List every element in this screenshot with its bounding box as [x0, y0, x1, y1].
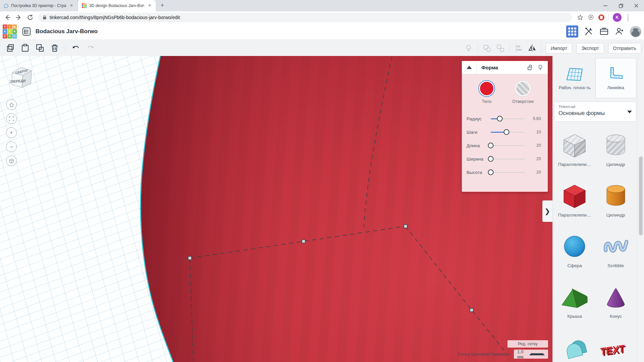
tinkercad-favicon-icon: [82, 3, 87, 8]
hole-material-option[interactable]: Отверстие: [511, 81, 535, 104]
sphere-icon: [558, 232, 591, 260]
new-tab-button[interactable]: +: [158, 1, 167, 10]
shape-item-sphere[interactable]: Сфера: [555, 232, 594, 268]
cylinder-orange-icon: [600, 182, 632, 210]
forward-icon[interactable]: [15, 13, 23, 21]
shape-item-round-roof[interactable]: Круглая кров…: [555, 334, 594, 362]
tab-close-icon[interactable]: ×: [69, 3, 74, 8]
browser-profile-avatar[interactable]: K: [613, 13, 622, 22]
minimize-button[interactable]: [598, 0, 613, 11]
tab-title: Постройка 3D принтер - Стран: [11, 3, 66, 8]
radius-slider[interactable]: [491, 116, 525, 122]
url-field[interactable]: tinkercad.com/things/8pmjNGsPb6b-bodacio…: [38, 13, 572, 22]
slider-row-width: Ширина 20: [462, 152, 548, 166]
ruler-tool[interactable]: Линейка: [595, 58, 637, 98]
window-controls: [598, 0, 644, 11]
scrollbar-thumb[interactable]: [639, 157, 643, 235]
tools-icon[interactable]: [584, 26, 594, 37]
divider: [65, 43, 65, 53]
width-slider[interactable]: [491, 156, 525, 162]
url-text: tinkercad.com/things/8pmjNGsPb6b-bodacio…: [50, 15, 180, 20]
shape-item-cylinder[interactable]: Цилиндр: [597, 182, 635, 218]
shape-item-scribble[interactable]: Scribble: [597, 232, 635, 268]
round-roof-icon: [558, 334, 591, 362]
collapse-panel-button[interactable]: [462, 61, 477, 74]
extension-avatar-icon[interactable]: [588, 14, 594, 21]
tinkercad-header: T I N K E R C A D Bodacious Jarv-Borwo: [0, 23, 644, 40]
close-window-button[interactable]: [629, 0, 644, 11]
import-button[interactable]: Импорт: [546, 43, 572, 54]
3d-viewport[interactable]: СВЕРХУ СПЕРЕДИ + − Форма: [0, 56, 552, 362]
text-3d-icon: TEXT TEXT: [600, 334, 632, 362]
shape-panel-title: Форма: [481, 65, 526, 70]
solid-material-swatch[interactable]: [479, 81, 494, 96]
unlock-icon[interactable]: [526, 64, 533, 71]
design-properties-icon[interactable]: [22, 27, 31, 36]
roof-icon: [558, 283, 591, 311]
tab-close-icon[interactable]: ×: [147, 3, 152, 8]
account-avatar[interactable]: [630, 26, 641, 37]
perspective-toggle-button[interactable]: [6, 156, 17, 166]
ungroup-icon[interactable]: [496, 44, 505, 53]
send-button[interactable]: Отправить: [608, 43, 641, 54]
edit-grid-button[interactable]: Ред. сетку: [507, 340, 548, 348]
back-icon[interactable]: [3, 13, 11, 21]
snap-grid-label: Сетка Шаговой Привязки: [454, 352, 510, 357]
redo-icon[interactable]: [86, 44, 95, 52]
height-slider[interactable]: [491, 170, 525, 175]
browser-menu-icon[interactable]: ⋮⋮⋮: [626, 15, 628, 20]
bookmark-star-icon[interactable]: [577, 14, 584, 21]
undo-icon[interactable]: [71, 44, 80, 52]
slider-row-steps: Шаги 10: [462, 125, 548, 139]
slider-row-radius: Радиус 5.63: [462, 112, 548, 125]
triangle-up-icon: [467, 66, 472, 69]
duplicate-icon[interactable]: [36, 44, 44, 52]
shape-item-box[interactable]: Параллелепи…: [555, 182, 594, 218]
group-icon[interactable]: [483, 44, 491, 53]
invite-user-icon[interactable]: [614, 26, 625, 37]
box-red-icon: [558, 182, 591, 210]
maximize-button[interactable]: [613, 0, 629, 11]
slider-row-length: Длина 20: [462, 139, 548, 152]
adblock-extension-icon[interactable]: [598, 14, 604, 20]
fit-view-button[interactable]: [6, 113, 17, 124]
shape-item-cone[interactable]: Конус: [597, 283, 635, 319]
show-all-icon[interactable]: [464, 44, 473, 53]
shape-item-text[interactable]: TEXT TEXT Текст: [597, 334, 635, 362]
browser-tab-active[interactable]: 3D design Bodacious Jarv-Borwo ×: [78, 0, 156, 11]
collapse-sidebar-button[interactable]: ❯: [542, 200, 552, 222]
shape-item-box-hole[interactable]: Параллелепи…: [555, 131, 594, 167]
shape-item-cylinder-hole[interactable]: Цилиндр: [597, 131, 635, 167]
shape-item-roof[interactable]: Крыша: [555, 283, 594, 319]
hole-material-swatch[interactable]: [515, 81, 531, 96]
projects-icon[interactable]: [599, 26, 609, 37]
zoom-in-button[interactable]: +: [6, 127, 17, 138]
home-view-button[interactable]: [6, 99, 17, 110]
viewport-nav-controls: + −: [6, 99, 17, 170]
view-cube[interactable]: СВЕРХУ СПЕРЕДИ: [9, 64, 35, 89]
reload-icon[interactable]: [26, 13, 34, 21]
paste-icon[interactable]: [21, 44, 30, 52]
align-icon[interactable]: [515, 44, 523, 53]
sidebar-scrollbar[interactable]: [638, 56, 644, 362]
edit-toolbar: Импорт Экспорт Отправить: [0, 40, 644, 56]
browser-tab-inactive[interactable]: Постройка 3D принтер - Стран ×: [0, 0, 78, 11]
tinkercad-logo[interactable]: T I N K E R C A D: [3, 24, 17, 39]
length-slider[interactable]: [491, 143, 525, 148]
snap-grid-dropdown[interactable]: 1,0 мм: [514, 350, 548, 359]
delete-icon[interactable]: [50, 44, 59, 52]
shape-library-dropdown[interactable]: Tinkercad Основные формы: [554, 102, 636, 122]
workplane-tool[interactable]: Рабоч. плоск-ть: [554, 58, 595, 98]
header-actions: [566, 23, 641, 40]
design-title[interactable]: Bodacious Jarv-Borwo: [36, 28, 98, 35]
solid-material-option[interactable]: Тело: [475, 81, 498, 104]
zoom-out-button[interactable]: −: [6, 141, 17, 152]
mirror-icon[interactable]: [528, 44, 537, 53]
copy-icon[interactable]: [6, 44, 15, 52]
tab-title: 3D design Bodacious Jarv-Borwo: [89, 3, 144, 8]
steps-slider[interactable]: [491, 129, 525, 135]
apps-grid-button[interactable]: [566, 25, 578, 38]
export-button[interactable]: Экспорт: [576, 43, 604, 54]
bulb-icon[interactable]: [537, 64, 544, 71]
scribble-icon: [600, 232, 632, 260]
